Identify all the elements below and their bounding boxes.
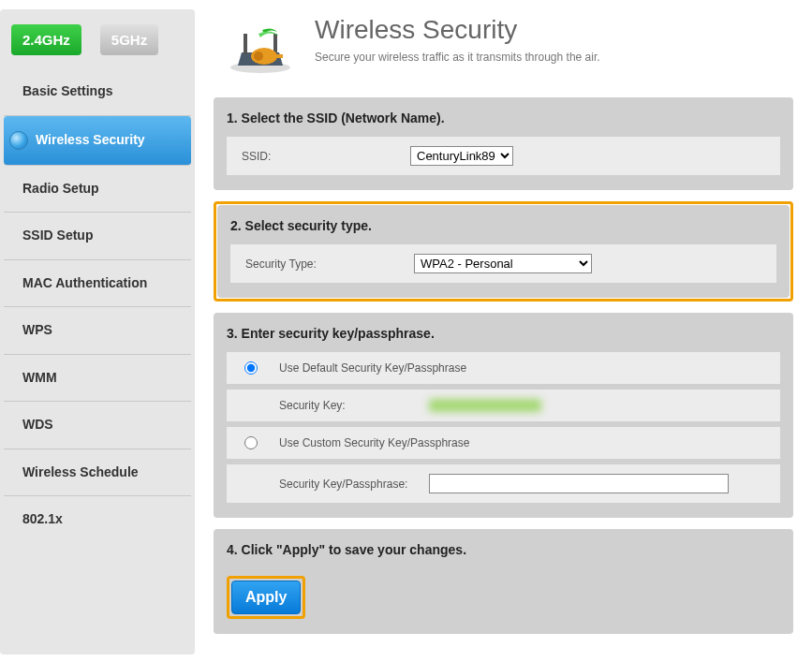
- svg-rect-5: [268, 54, 283, 58]
- sidebar-item-ssid-setup[interactable]: SSID Setup: [4, 213, 191, 260]
- svg-point-4: [254, 51, 263, 61]
- step1-panel: 1. Select the SSID (Network Name). SSID:…: [214, 97, 793, 190]
- step2-title: 2. Select security type.: [230, 218, 776, 233]
- ssid-select[interactable]: CenturyLink89: [410, 146, 513, 166]
- svg-rect-1: [244, 34, 247, 54]
- sidebar-item-wds[interactable]: WDS: [4, 402, 191, 449]
- band-24ghz-button[interactable]: 2.4GHz: [11, 24, 81, 55]
- security-type-select[interactable]: WPA2 - Personal: [414, 254, 592, 273]
- router-icon: [223, 15, 298, 75]
- sidebar-item-wireless-security[interactable]: Wireless Security: [4, 116, 191, 166]
- step4-title: 4. Click "Apply" to save your changes.: [227, 542, 780, 557]
- sidebar-item-mac-authentication[interactable]: MAC Authentication: [4, 260, 191, 308]
- step3-title: 3. Enter security key/passphrase.: [227, 326, 780, 341]
- custom-key-input[interactable]: [429, 474, 729, 493]
- sidebar-item-wireless-schedule[interactable]: Wireless Schedule: [4, 449, 191, 497]
- sidebar-item-radio-setup[interactable]: Radio Setup: [4, 166, 191, 213]
- sidebar-item-wmm[interactable]: WMM: [4, 355, 191, 403]
- use-default-label: Use Default Security Key/Passphrase: [279, 361, 466, 375]
- sidebar: 2.4GHz 5GHz Basic Settings Wireless Secu…: [0, 9, 195, 655]
- step1-title: 1. Select the SSID (Network Name).: [227, 110, 780, 125]
- use-custom-radio[interactable]: [244, 436, 258, 449]
- step3-panel: 3. Enter security key/passphrase. Use De…: [214, 313, 793, 518]
- globe-icon: [9, 131, 28, 150]
- default-key-value-redacted: [429, 399, 541, 412]
- custom-key-label: Security Key/Passphrase:: [279, 478, 410, 491]
- sidebar-item-8021x[interactable]: 802.1x: [4, 496, 191, 543]
- band-selector: 2.4GHz 5GHz: [4, 19, 191, 68]
- sidebar-item-wps[interactable]: WPS: [4, 307, 191, 355]
- page-subtitle: Secure your wireless traffic as it trans…: [315, 51, 600, 64]
- page-title: Wireless Security: [315, 15, 600, 45]
- main-content: Wireless Security Secure your wireless t…: [214, 9, 803, 655]
- step2-panel: 2. Select security type. Security Type: …: [217, 205, 790, 298]
- apply-button[interactable]: Apply: [231, 581, 301, 614]
- use-default-radio[interactable]: [244, 361, 258, 375]
- apply-highlight: Apply: [227, 576, 305, 619]
- band-5ghz-button[interactable]: 5GHz: [100, 24, 158, 55]
- security-type-label: Security Type:: [245, 257, 395, 271]
- ssid-label: SSID:: [242, 150, 391, 163]
- sidebar-item-label: Wireless Security: [36, 132, 145, 149]
- step4-panel: 4. Click "Apply" to save your changes. A…: [214, 529, 793, 634]
- step2-highlight: 2. Select security type. Security Type: …: [214, 201, 793, 302]
- sidebar-item-basic-settings[interactable]: Basic Settings: [4, 68, 191, 116]
- default-key-label: Security Key:: [279, 399, 410, 412]
- use-custom-label: Use Custom Security Key/Passphrase: [279, 436, 469, 449]
- page-header: Wireless Security Secure your wireless t…: [214, 15, 793, 75]
